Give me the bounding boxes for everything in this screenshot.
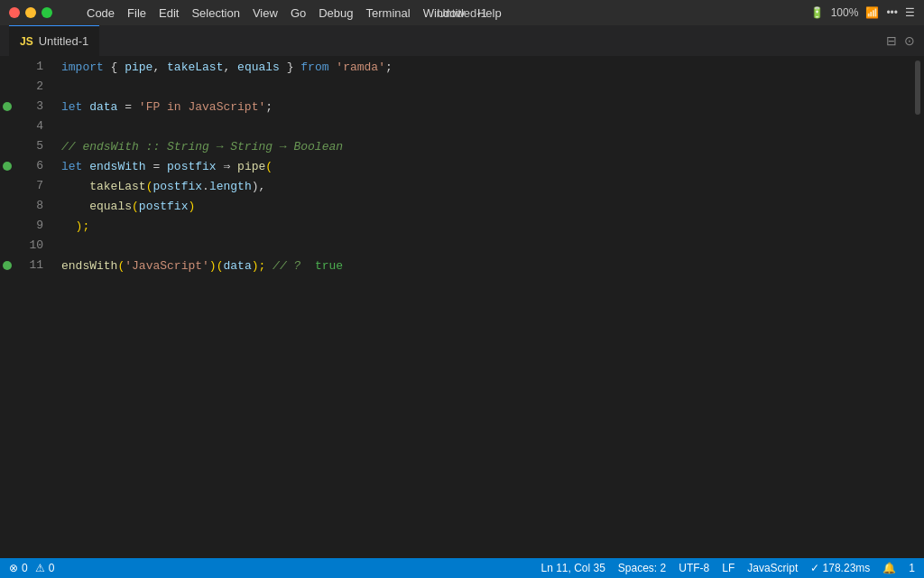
statusbar: ⊗ 0 ⚠ 0 Ln 11, Col 35 Spaces: 2 UTF-8 LF…: [0, 558, 924, 578]
menu-terminal[interactable]: Terminal: [366, 6, 411, 20]
titlebar-right: 🔋 100% 📶 ••• ☰: [810, 6, 915, 19]
breakpoint-indicator[interactable]: [0, 57, 14, 77]
menu-debug[interactable]: Debug: [319, 6, 353, 20]
token: (: [217, 259, 224, 273]
menu-view[interactable]: View: [253, 6, 278, 20]
gutter-row: 5: [0, 136, 54, 156]
error-icon: ⊗: [9, 562, 18, 574]
language[interactable]: JavaScript: [747, 562, 798, 574]
token: // ?: [265, 259, 308, 273]
token: [61, 219, 76, 233]
token: 'FP in JavaScript': [139, 100, 265, 114]
gutter-row: 7: [0, 176, 54, 196]
token: ;: [385, 61, 393, 74]
notification-count: 1: [909, 562, 915, 574]
code-line: // endsWith :: String → String → Boolean: [61, 136, 911, 156]
cursor-position[interactable]: Ln 11, Col 35: [541, 562, 605, 574]
code-area[interactable]: import { pipe, takeLast, equals } from '…: [54, 57, 911, 558]
gutter-row: 4: [0, 117, 54, 136]
tab-js-icon: JS: [20, 35, 33, 48]
gutter-row: 1: [0, 57, 54, 77]
breakpoint-indicator[interactable]: [0, 196, 14, 216]
token: ): [188, 200, 195, 213]
scrollbar[interactable]: [911, 57, 924, 558]
maximize-button[interactable]: [42, 7, 52, 18]
token: let: [61, 100, 82, 114]
token: =: [146, 160, 167, 173]
token: (: [146, 180, 153, 193]
warning-num: 0: [49, 562, 55, 574]
split-editor-icon[interactable]: ⊟: [886, 33, 897, 48]
token: pipe: [237, 160, 265, 173]
gutter-row: 8: [0, 196, 54, 216]
token: (: [265, 160, 273, 173]
token: ,: [152, 61, 167, 74]
breakpoint-indicator[interactable]: [0, 156, 14, 176]
menu-edit[interactable]: Edit: [159, 6, 179, 20]
token: equals: [89, 200, 132, 213]
token: data: [89, 100, 117, 114]
token: ,: [223, 61, 237, 74]
code-line: takeLast(postfix.length),: [61, 176, 911, 196]
gutter: 1234567891011: [0, 57, 54, 558]
more-icon[interactable]: •••: [886, 6, 898, 19]
breakpoint-indicator[interactable]: [0, 216, 14, 236]
breakpoint-indicator[interactable]: [0, 176, 14, 196]
gutter-row: 6: [0, 156, 54, 176]
breakpoint-indicator[interactable]: [0, 77, 14, 97]
more-actions-icon[interactable]: ⊙: [904, 33, 915, 48]
menu-code[interactable]: Code: [87, 6, 115, 20]
token: {: [104, 61, 125, 74]
token: true: [308, 259, 343, 273]
token: import: [61, 61, 104, 74]
eol[interactable]: LF: [722, 562, 735, 574]
token: [61, 180, 89, 193]
indentation[interactable]: Spaces: 2: [618, 562, 666, 574]
token: ),: [252, 180, 266, 193]
line-number: 11: [14, 256, 54, 275]
token: from: [300, 61, 328, 74]
line-number: 5: [14, 136, 54, 156]
menu-icon[interactable]: ☰: [905, 6, 915, 19]
encoding[interactable]: UTF-8: [679, 562, 709, 574]
breakpoint-indicator[interactable]: [0, 136, 14, 156]
token: =: [117, 100, 138, 114]
bell-icon[interactable]: 🔔: [882, 562, 896, 574]
menu-file[interactable]: File: [127, 6, 146, 20]
minimize-button[interactable]: [25, 7, 36, 18]
token: pipe: [125, 61, 152, 74]
menu-selection[interactable]: Selection: [191, 6, 239, 20]
token: ;: [265, 100, 273, 114]
breakpoint-indicator[interactable]: [0, 236, 14, 256]
token: endsWith: [61, 259, 117, 273]
breakpoint-indicator[interactable]: [0, 117, 14, 136]
warning-icon: ⚠: [35, 562, 45, 574]
token: [82, 160, 89, 173]
line-number: 7: [14, 176, 54, 196]
token: [82, 100, 89, 114]
close-button[interactable]: [9, 7, 20, 18]
code-line: endsWith('JavaScript')(data); // ? true: [61, 256, 911, 275]
code-line: [61, 117, 911, 136]
line-number: 9: [14, 216, 54, 236]
statusbar-right: Ln 11, Col 35 Spaces: 2 UTF-8 LF JavaScr…: [541, 562, 915, 574]
code-line: let endsWith = postfix ⇒ pipe(: [61, 156, 911, 176]
tab-untitled[interactable]: JS Untitled-1: [9, 25, 99, 57]
breakpoint-dot: [3, 261, 12, 270]
tabbar: JS Untitled-1 ⊟ ⊙: [0, 25, 924, 57]
scrollbar-thumb[interactable]: [915, 61, 920, 115]
gutter-row: 11: [0, 256, 54, 275]
code-line: import { pipe, takeLast, equals } from '…: [61, 57, 911, 77]
menu-go[interactable]: Go: [291, 6, 306, 20]
window-title: Untitled-1: [437, 6, 487, 20]
token: [61, 200, 89, 213]
code-line: );: [61, 216, 911, 236]
error-count[interactable]: ⊗ 0 ⚠ 0: [9, 562, 54, 574]
tab-actions: ⊟ ⊙: [886, 33, 915, 48]
token: ⇒: [217, 159, 237, 173]
breakpoint-indicator[interactable]: [0, 256, 14, 275]
breakpoint-indicator[interactable]: [0, 97, 14, 117]
token: .: [202, 180, 209, 193]
gutter-row: 9: [0, 216, 54, 236]
token: (: [117, 259, 125, 273]
